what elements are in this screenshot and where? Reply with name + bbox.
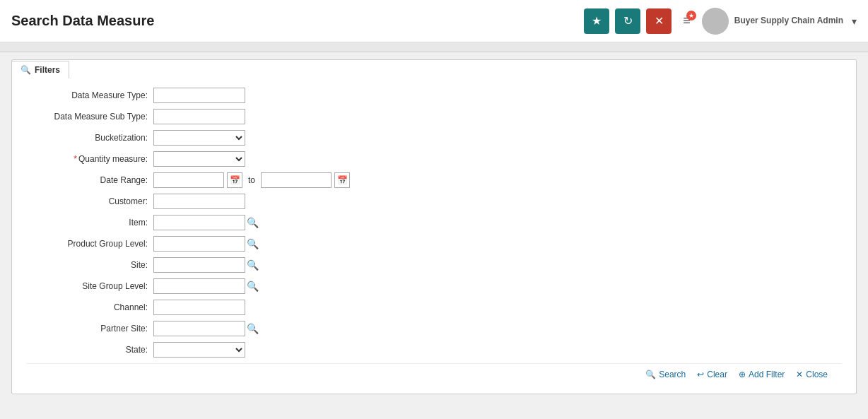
search-label: Search bbox=[659, 370, 686, 379]
header-actions: ★ ↻ ✕ ≡ ★ Buyer Supply Chain Admin ▾ bbox=[584, 8, 857, 35]
main-content: 🔍 Filters Data Measure Type: Data Measur… bbox=[0, 52, 868, 401]
site-group-level-search-button[interactable]: 🔍 bbox=[247, 281, 259, 292]
customer-label: Customer: bbox=[26, 196, 153, 206]
bucketization-select[interactable] bbox=[153, 130, 245, 146]
bucketization-row: Bucketization: bbox=[26, 130, 842, 146]
subheader-bar bbox=[0, 42, 868, 52]
quantity-measure-select[interactable] bbox=[153, 151, 245, 167]
item-search-button[interactable]: 🔍 bbox=[247, 217, 259, 228]
item-label: Item: bbox=[26, 218, 153, 228]
filters-search-icon: 🔍 bbox=[20, 65, 31, 75]
data-measure-sub-type-label: Data Measure Sub Type: bbox=[26, 112, 153, 122]
user-dropdown-arrow[interactable]: ▾ bbox=[852, 16, 857, 27]
channel-row: Channel: bbox=[26, 300, 842, 315]
state-label: State: bbox=[26, 345, 153, 355]
site-group-level-label: Site Group Level: bbox=[26, 281, 153, 291]
add-filter-button[interactable]: ⊕ Add Filter bbox=[739, 370, 785, 379]
date-from-input[interactable] bbox=[153, 172, 224, 188]
close-icon: ✕ bbox=[655, 14, 664, 28]
search-button[interactable]: 🔍 Search bbox=[645, 370, 686, 379]
add-filter-icon: ⊕ bbox=[739, 370, 746, 379]
date-range-label: Date Range: bbox=[26, 175, 153, 185]
star-button[interactable]: ★ bbox=[584, 8, 609, 34]
site-search-icon: 🔍 bbox=[247, 259, 259, 271]
site-group-level-row: Site Group Level: 🔍 bbox=[26, 278, 842, 294]
user-name: Buyer Supply Chain Admin bbox=[734, 15, 843, 27]
search-action-icon: 🔍 bbox=[645, 370, 656, 379]
item-row: Item: 🔍 bbox=[26, 215, 842, 230]
site-input[interactable] bbox=[153, 257, 245, 273]
state-select[interactable] bbox=[153, 342, 245, 358]
channel-input[interactable] bbox=[153, 300, 245, 315]
data-measure-type-label: Data Measure Type: bbox=[26, 90, 153, 100]
filters-tab-label: Filters bbox=[35, 65, 60, 75]
customer-input[interactable] bbox=[153, 194, 245, 209]
notification-badge: ★ bbox=[686, 11, 696, 20]
product-group-level-search-button[interactable]: 🔍 bbox=[247, 238, 259, 249]
state-row: State: bbox=[26, 342, 842, 358]
site-group-level-input[interactable] bbox=[153, 278, 245, 294]
clear-label: Clear bbox=[707, 370, 727, 379]
site-label: Site: bbox=[26, 260, 153, 270]
date-range-to: to bbox=[245, 175, 258, 185]
filters-form: Data Measure Type: Data Measure Sub Type… bbox=[12, 78, 856, 394]
quantity-measure-row: *Quantity measure: bbox=[26, 151, 842, 167]
refresh-button[interactable]: ↻ bbox=[615, 8, 640, 34]
filters-panel: 🔍 Filters Data Measure Type: Data Measur… bbox=[11, 59, 857, 394]
menu-button[interactable]: ≡ ★ bbox=[677, 11, 696, 31]
clear-button[interactable]: ↩ Clear bbox=[697, 370, 727, 379]
item-input[interactable] bbox=[153, 215, 245, 230]
close-label: Close bbox=[806, 370, 828, 379]
date-range-group: 📅 to 📅 bbox=[153, 172, 350, 188]
data-measure-sub-type-row: Data Measure Sub Type: bbox=[26, 109, 842, 124]
calendar-to-icon: 📅 bbox=[337, 175, 348, 185]
avatar-image bbox=[702, 8, 729, 35]
data-measure-sub-type-input[interactable] bbox=[153, 109, 245, 124]
site-row: Site: 🔍 bbox=[26, 257, 842, 273]
date-to-input[interactable] bbox=[261, 172, 332, 188]
channel-label: Channel: bbox=[26, 302, 153, 312]
date-to-calendar-button[interactable]: 📅 bbox=[334, 172, 350, 188]
header-close-button[interactable]: ✕ bbox=[646, 8, 671, 34]
calendar-from-icon: 📅 bbox=[230, 175, 240, 185]
avatar bbox=[702, 8, 729, 35]
required-star: * bbox=[74, 154, 77, 164]
header: Search Data Measure ★ ↻ ✕ ≡ ★ Buyer Supp… bbox=[0, 0, 868, 42]
product-group-level-search-icon: 🔍 bbox=[247, 238, 259, 249]
partner-site-label: Partner Site: bbox=[26, 324, 153, 334]
add-filter-label: Add Filter bbox=[749, 370, 785, 379]
page-title: Search Data Measure bbox=[11, 13, 154, 29]
customer-row: Customer: bbox=[26, 194, 842, 209]
action-bar: 🔍 Search ↩ Clear ⊕ Add Filter ✕ Close bbox=[26, 363, 842, 386]
site-group-level-search-icon: 🔍 bbox=[247, 281, 259, 292]
close-button[interactable]: ✕ Close bbox=[796, 370, 828, 379]
partner-site-row: Partner Site: 🔍 bbox=[26, 321, 842, 336]
data-measure-type-row: Data Measure Type: bbox=[26, 88, 842, 103]
date-from-calendar-button[interactable]: 📅 bbox=[227, 172, 242, 188]
filters-tab-container: 🔍 Filters bbox=[12, 60, 856, 78]
date-range-row: Date Range: 📅 to 📅 bbox=[26, 172, 842, 188]
star-icon: ★ bbox=[592, 14, 602, 28]
bucketization-label: Bucketization: bbox=[26, 133, 153, 143]
product-group-level-input[interactable] bbox=[153, 236, 245, 252]
site-search-button[interactable]: 🔍 bbox=[247, 259, 259, 271]
quantity-measure-label: *Quantity measure: bbox=[26, 154, 153, 164]
product-group-level-row: Product Group Level: 🔍 bbox=[26, 236, 842, 252]
close-action-icon: ✕ bbox=[796, 370, 803, 379]
data-measure-type-input[interactable] bbox=[153, 88, 245, 103]
clear-icon: ↩ bbox=[697, 370, 704, 379]
filters-tab[interactable]: 🔍 Filters bbox=[11, 61, 69, 78]
partner-site-search-button[interactable]: 🔍 bbox=[247, 323, 259, 334]
item-search-icon: 🔍 bbox=[247, 217, 259, 228]
partner-site-search-icon: 🔍 bbox=[247, 323, 259, 334]
refresh-icon: ↻ bbox=[623, 14, 633, 28]
user-info: Buyer Supply Chain Admin bbox=[734, 15, 843, 27]
product-group-level-label: Product Group Level: bbox=[26, 239, 153, 249]
partner-site-input[interactable] bbox=[153, 321, 245, 336]
